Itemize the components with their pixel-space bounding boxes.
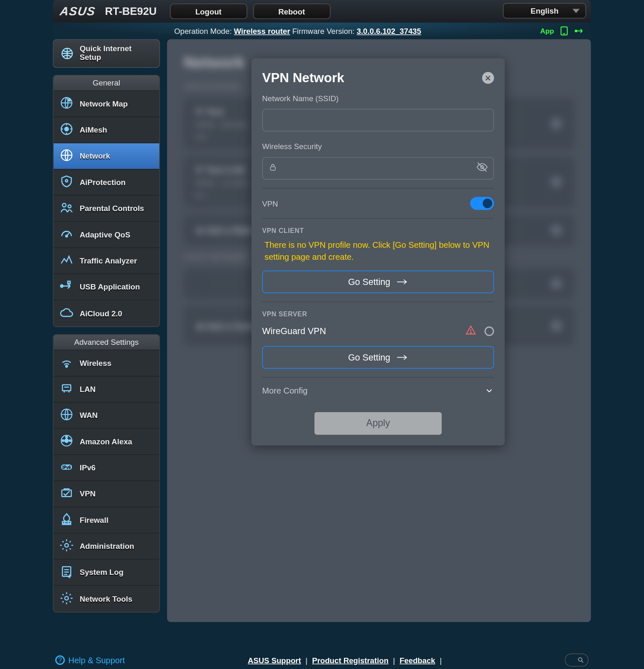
aicloud-2-0-icon xyxy=(59,305,74,321)
status-bar: Operation Mode: Wireless router Firmware… xyxy=(53,23,591,39)
nav-item-label: Administration xyxy=(80,542,134,551)
footer-link-feedback[interactable]: Feedback xyxy=(400,656,435,665)
svg-point-21 xyxy=(69,440,71,441)
nav-item-vpn[interactable]: VPN xyxy=(54,481,159,507)
aiprotection-icon xyxy=(59,174,74,190)
arrow-right-icon xyxy=(398,278,408,285)
nav-item-lan[interactable]: LAN xyxy=(54,377,159,403)
nav-item-aiprotection[interactable]: AiProtection xyxy=(54,169,159,195)
parental-controls-icon xyxy=(59,200,74,216)
language-selector[interactable]: English xyxy=(503,3,586,18)
lan-icon xyxy=(59,381,74,397)
nav-item-label: USB Application xyxy=(80,282,140,292)
security-input[interactable] xyxy=(262,157,494,180)
chevron-down-icon xyxy=(485,386,494,395)
reboot-button[interactable]: Reboot xyxy=(253,4,330,19)
network-icon xyxy=(59,148,74,164)
footer-link-registration[interactable]: Product Registration xyxy=(312,656,388,665)
nav-item-label: Firewall xyxy=(80,515,109,524)
nav-item-aimesh[interactable]: AiMesh xyxy=(54,117,159,143)
nav-item-wan[interactable]: WAN xyxy=(54,403,159,429)
vpn-server-heading: VPN SERVER xyxy=(262,310,494,317)
nav-item-ipv6[interactable]: IPv6IPv6 xyxy=(54,455,159,481)
svg-rect-30 xyxy=(270,167,275,171)
nav-item-usb-application[interactable]: USB Application xyxy=(54,274,159,300)
go-setting-client-button[interactable]: Go Setting xyxy=(262,270,494,293)
more-config-row[interactable]: More Config xyxy=(262,386,494,395)
apply-button[interactable]: Apply xyxy=(315,412,442,434)
nav-item-network-tools[interactable]: Network Tools xyxy=(54,586,159,612)
nav-item-amazon-alexa[interactable]: Amazon Alexa xyxy=(54,429,159,455)
nav-item-label: WAN xyxy=(80,411,98,420)
svg-point-29 xyxy=(65,596,69,600)
traffic-analyzer-icon xyxy=(59,253,74,269)
ipv6-icon: IPv6 xyxy=(59,460,74,476)
svg-rect-14 xyxy=(68,281,70,284)
svg-point-13 xyxy=(61,285,63,287)
wireless-icon xyxy=(59,355,74,371)
general-panel: General Network MapAiMeshNetworkAiProtec… xyxy=(53,75,160,327)
go-setting-server-button[interactable]: Go Setting xyxy=(262,346,494,368)
nav-item-network[interactable]: Network xyxy=(54,143,159,169)
nav-item-label: Network Tools xyxy=(80,594,133,603)
nav-item-network-map[interactable]: Network Map xyxy=(54,91,159,117)
svg-line-36 xyxy=(582,661,583,663)
usb-application-icon xyxy=(59,279,74,295)
visibility-off-icon[interactable] xyxy=(476,161,488,176)
arrow-right-icon xyxy=(398,353,408,361)
close-icon[interactable]: ✕ xyxy=(482,72,494,84)
wan-icon xyxy=(59,407,74,423)
svg-text:IPv6: IPv6 xyxy=(62,465,71,470)
svg-rect-25 xyxy=(62,490,71,497)
nav-item-wireless[interactable]: Wireless xyxy=(54,350,159,376)
advanced-header: Advanced Settings xyxy=(54,335,159,350)
op-mode-link[interactable]: Wireless router xyxy=(234,26,290,36)
more-config-label: More Config xyxy=(262,386,308,395)
nav-item-label: AiCloud 2.0 xyxy=(80,309,122,318)
svg-point-10 xyxy=(62,203,66,207)
nav-item-administration[interactable]: Administration xyxy=(54,534,159,560)
vpn-server-name: WireGuard VPN xyxy=(262,326,326,336)
lock-icon xyxy=(268,162,277,174)
footer-links: ASUS Support | Product Registration | Fe… xyxy=(248,656,442,665)
vpn-toggle[interactable] xyxy=(470,197,494,210)
amazon-alexa-icon xyxy=(59,434,74,450)
quick-internet-setup[interactable]: Quick Internet Setup xyxy=(53,39,160,68)
svg-point-5 xyxy=(69,99,71,101)
aimesh-icon xyxy=(59,122,74,138)
logout-button[interactable]: Logout xyxy=(170,4,247,19)
quick-setup-label: Quick Internet Setup xyxy=(80,45,154,62)
ssid-input[interactable] xyxy=(262,109,494,132)
system-log-icon xyxy=(59,565,74,581)
nav-item-traffic-analyzer[interactable]: Traffic Analyzer xyxy=(54,248,159,274)
op-mode-label: Operation Mode: xyxy=(174,26,232,36)
general-header: General xyxy=(54,76,159,91)
modal-title: VPN Network xyxy=(262,70,344,85)
general-nav: Network MapAiMeshNetworkAiProtectionPare… xyxy=(54,91,159,326)
nav-item-adaptive-qos[interactable]: Adaptive QoS xyxy=(54,222,159,248)
svg-point-22 xyxy=(66,436,67,438)
app-indicator[interactable]: App xyxy=(540,27,554,35)
svg-rect-16 xyxy=(62,385,71,391)
svg-point-27 xyxy=(65,543,69,547)
nav-item-label: LAN xyxy=(80,385,95,394)
nav-item-label: Network xyxy=(80,152,110,161)
vpn-server-radio[interactable] xyxy=(485,326,494,336)
nav-item-firewall[interactable]: Firewall xyxy=(54,507,159,533)
footer-search[interactable] xyxy=(565,654,589,667)
nav-item-system-log[interactable]: System Log xyxy=(54,560,159,586)
network-map-icon xyxy=(59,96,74,112)
svg-point-2 xyxy=(575,30,577,32)
nav-item-label: Wireless xyxy=(80,358,111,368)
footer-link-support[interactable]: ASUS Support xyxy=(248,656,301,665)
fw-link[interactable]: 3.0.0.6.102_37435 xyxy=(357,26,421,36)
language-label: English xyxy=(530,6,559,15)
svg-point-11 xyxy=(68,205,71,208)
vpn-network-modal: VPN Network ✕ Network Name (SSID) Wirele… xyxy=(251,58,504,445)
nav-item-label: AiProtection xyxy=(80,178,125,187)
chevron-down-icon xyxy=(573,9,580,13)
nav-item-parental-controls[interactable]: Parental Controls xyxy=(54,196,159,222)
nav-item-aicloud-2-0[interactable]: AiCloud 2.0 xyxy=(54,300,159,326)
help-support-link[interactable]: ? Help & Support xyxy=(55,655,125,665)
svg-point-35 xyxy=(578,658,582,662)
